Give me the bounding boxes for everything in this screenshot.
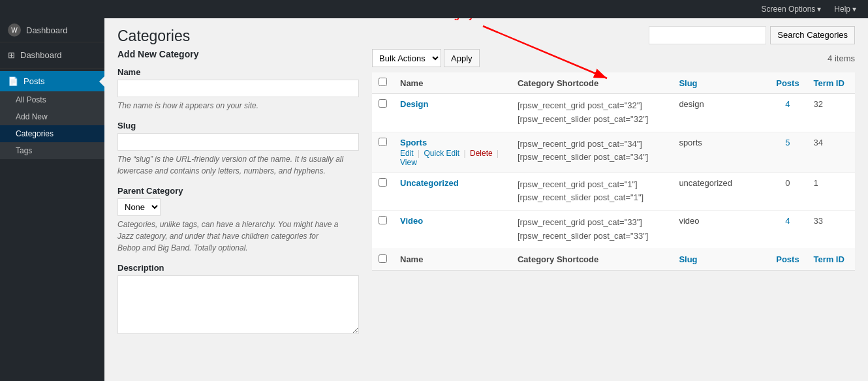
- select-all-checkbox[interactable]: [379, 78, 387, 86]
- category-name-link[interactable]: Design: [400, 99, 428, 109]
- table-row: Sports Edit | Quick Edit | Delete | View…: [372, 132, 855, 172]
- row-posts-cell: 0: [768, 172, 807, 211]
- row-posts-cell: 4: [768, 211, 807, 249]
- row-checkbox-cell: [372, 94, 394, 132]
- row-termid-cell: 32: [807, 94, 855, 132]
- app-wrapper: Screen Options ▾ Help ▾ W Dashboard ⊞ Da…: [0, 0, 868, 381]
- row-checkbox[interactable]: [379, 99, 387, 108]
- row-slug-cell: sports: [672, 132, 768, 172]
- row-checkbox[interactable]: [379, 138, 387, 146]
- header-posts-col[interactable]: Posts: [768, 72, 807, 94]
- footer-termid-col[interactable]: Term ID: [807, 249, 855, 270]
- two-col-layout: Add New Category Name The name is how it…: [104, 49, 868, 358]
- name-label: Name: [117, 67, 359, 77]
- view-link[interactable]: View: [400, 158, 417, 167]
- row-checkbox-cell: [372, 132, 394, 172]
- dashboard-icon: ⊞: [8, 50, 15, 60]
- sidebar-item-label: Posts: [23, 76, 45, 86]
- table-body: Design [rpsw_recent_grid post_cat="32"][…: [372, 94, 855, 249]
- row-termid-cell: 34: [807, 132, 855, 172]
- sidebar-logo: W Dashboard: [0, 18, 104, 42]
- sidebar-item-add-new[interactable]: Add New: [0, 108, 104, 125]
- apply-button[interactable]: Apply: [444, 49, 480, 67]
- content-header: Categories Search Categories: [104, 18, 868, 49]
- add-new-label: Add New: [16, 112, 48, 121]
- screen-options-button[interactable]: Screen Options ▾: [756, 5, 827, 14]
- search-categories-button[interactable]: Search Categories: [770, 26, 855, 44]
- footer-checkbox-col: [372, 249, 394, 270]
- sidebar-item-all-posts[interactable]: All Posts: [0, 91, 104, 108]
- row-posts-cell: 4: [768, 94, 807, 132]
- table-row: Design [rpsw_recent_grid post_cat="32"][…: [372, 94, 855, 132]
- sidebar-item-tags[interactable]: Tags: [0, 142, 104, 159]
- category-name-link[interactable]: Uncategorized: [400, 178, 459, 188]
- row-shortcode-cell: [rpsw_recent_grid post_cat="34"][rpsw_re…: [511, 132, 672, 172]
- table-row: Uncategorized [rpsw_recent_grid post_cat…: [372, 172, 855, 211]
- sidebar-nav: ⊞ Dashboard 📄 Posts All Posts Add New: [0, 42, 104, 162]
- slug-group: Slug The “slug” is the URL-friendly vers…: [117, 121, 359, 177]
- sidebar-divider-1: [0, 68, 104, 69]
- footer-shortcode-col: Category Shortcode: [511, 249, 672, 270]
- help-label: Help: [834, 5, 850, 14]
- sep2: |: [464, 149, 466, 158]
- content-area: Categories Search Categories Add New Cat…: [104, 18, 868, 381]
- select-all-footer-checkbox[interactable]: [379, 254, 387, 263]
- annotation-label: Select Category Shortcode: [405, 18, 521, 20]
- row-name-cell: Sports Edit | Quick Edit | Delete | View: [394, 132, 511, 172]
- sidebar: W Dashboard ⊞ Dashboard 📄 Posts All Post…: [0, 18, 104, 381]
- help-chevron-icon: ▾: [852, 5, 856, 14]
- posts-icon: 📄: [8, 76, 18, 86]
- footer-slug-col[interactable]: Slug: [672, 249, 768, 270]
- row-checkbox[interactable]: [379, 216, 387, 224]
- header-shortcode-col: Category Shortcode: [511, 72, 672, 94]
- name-hint: The name is how it appears on your site.: [117, 100, 359, 112]
- table-header-row: Name Category Shortcode Slug Posts Term …: [372, 72, 855, 94]
- all-posts-label: All Posts: [16, 95, 46, 104]
- sep1: |: [418, 149, 420, 158]
- active-indicator: [99, 76, 104, 87]
- quick-edit-link[interactable]: Quick Edit: [424, 149, 460, 158]
- row-checkbox-cell: [372, 211, 394, 249]
- sidebar-item-categories[interactable]: Categories: [0, 125, 104, 142]
- parent-select[interactable]: None: [117, 198, 161, 216]
- row-shortcode-cell: [rpsw_recent_grid post_cat="32"][rpsw_re…: [511, 94, 672, 132]
- row-checkbox[interactable]: [379, 178, 387, 187]
- header-slug-col[interactable]: Slug: [672, 72, 768, 94]
- sidebar-item-posts[interactable]: 📄 Posts: [0, 71, 104, 91]
- row-termid-cell: 33: [807, 211, 855, 249]
- wordpress-icon: W: [8, 23, 21, 37]
- row-name-cell: Design: [394, 94, 511, 132]
- header-termid-col[interactable]: Term ID: [807, 72, 855, 94]
- categories-label: Categories: [16, 129, 54, 138]
- row-slug-cell: uncategorized: [672, 172, 768, 211]
- footer-posts-col[interactable]: Posts: [768, 249, 807, 270]
- bulk-actions-select[interactable]: Bulk Actions: [372, 49, 441, 67]
- help-button[interactable]: Help ▾: [829, 5, 861, 14]
- name-input[interactable]: [117, 80, 359, 97]
- items-count: 4 items: [828, 53, 855, 63]
- slug-hint: The “slug” is the URL-friendly version o…: [117, 153, 359, 177]
- row-checkbox-cell: [372, 172, 394, 211]
- top-bar: Screen Options ▾ Help ▾: [0, 0, 868, 18]
- sidebar-item-dashboard[interactable]: ⊞ Dashboard: [0, 45, 104, 65]
- row-posts-cell: 5: [768, 132, 807, 172]
- screen-options-chevron-icon: ▾: [817, 5, 821, 14]
- description-textarea[interactable]: [117, 275, 359, 334]
- category-name-link[interactable]: Video: [400, 216, 423, 226]
- hierarchy-hint: Categories, unlike tags, can have a hier…: [117, 219, 339, 254]
- edit-link[interactable]: Edit: [400, 149, 414, 158]
- form-panel: Add New Category Name The name is how it…: [117, 49, 359, 345]
- parent-group: Parent Category None Categories, unlike …: [117, 186, 359, 254]
- slug-input[interactable]: [117, 133, 359, 151]
- parent-label: Parent Category: [117, 186, 359, 196]
- search-categories-input[interactable]: [649, 26, 766, 44]
- header-name-col[interactable]: Name: [394, 72, 511, 94]
- row-name-cell: Uncategorized: [394, 172, 511, 211]
- category-name-link[interactable]: Sports: [400, 138, 427, 147]
- row-name-cell: Video: [394, 211, 511, 249]
- description-label: Description: [117, 263, 359, 273]
- table-row: Video [rpsw_recent_grid post_cat="33"][r…: [372, 211, 855, 249]
- delete-link[interactable]: Delete: [470, 149, 493, 158]
- footer-name-col[interactable]: Name: [394, 249, 511, 270]
- sidebar-submenu-posts: All Posts Add New Categories Tags: [0, 91, 104, 159]
